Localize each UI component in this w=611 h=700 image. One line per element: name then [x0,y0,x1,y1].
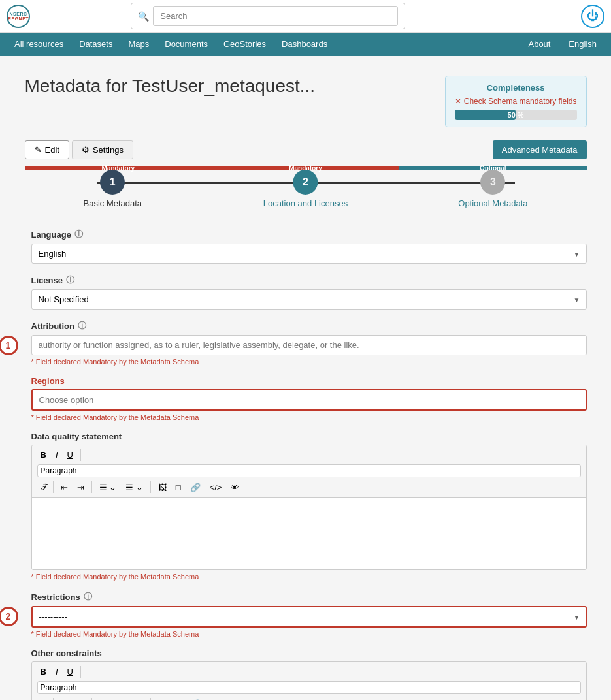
dq-indent-btn[interactable]: ⇥ [74,481,88,494]
dq-outdent-btn[interactable]: ⇤ [58,481,71,494]
nav-datasets[interactable]: Datasets [71,33,120,56]
dq-link-btn[interactable]: 🔗 [187,481,204,494]
dq-divider-3 [91,481,92,493]
restrictions-select[interactable]: ---------- Public Private [31,606,587,628]
nav-geostories[interactable]: GeoStories [216,33,274,56]
dq-italic-btn[interactable]: I [52,448,61,462]
oc-link-btn[interactable]: 🔗 [187,697,204,701]
nav-documents[interactable]: Documents [157,33,216,56]
dq-video-btn[interactable]: □ [173,481,184,494]
oc-ol-btn[interactable]: ☰ ⌄ [96,697,120,701]
top-bar: NSERC REGNET 🔍 ⏻ [0,0,611,33]
regions-label-text: Regions [31,376,65,386]
oc-underline-btn[interactable]: U [64,665,76,678]
language-select-wrapper: English French Spanish [31,244,587,264]
completeness-check[interactable]: ✕ Check Schema mandatory fields [455,97,577,106]
search-icon: 🔍 [138,11,149,22]
other-constraints-editor: B I U Paragraph 𝒯 ⇤ ⇥ ☰ ⌄ ☰ ⌄ 🖼 [31,661,587,700]
oc-outdent-btn[interactable]: ⇤ [58,697,71,701]
attribution-mandatory-note: * Field declared Mandatory by the Metada… [31,358,587,366]
dq-ul-btn[interactable]: ☰ ⌄ [122,481,146,494]
dq-divider-1 [80,449,81,461]
search-input[interactable] [153,6,398,26]
nav-bar: All resources Datasets Maps Documents Ge… [0,33,611,56]
nav-dashboards[interactable]: Dashboards [274,33,335,56]
dq-ol-btn[interactable]: ⁣☰ ⌄ [96,481,120,494]
oc-preview-btn[interactable]: 👁 [227,697,242,701]
step-3-circle: 3 [480,170,505,195]
oc-bold-btn[interactable]: B [37,665,50,678]
restrictions-select-wrapper: ---------- Public Private [31,606,587,628]
dq-bold-btn[interactable]: B [37,448,50,462]
other-constraints-field: Other constraints B I U Paragraph 𝒯 ⇤ ⇥ [31,648,587,700]
restrictions-field: 2 Restrictions ⓘ ---------- Public Priva… [31,591,587,638]
license-field: License ⓘ Not Specified CC BY CC BY-SA [31,274,587,310]
page-title: Metadata for TestUser_metaquest... [25,76,316,97]
nav-about[interactable]: About [520,33,558,56]
nserc-text: NSERC [9,12,27,16]
settings-tab-label: Settings [93,145,124,155]
step-2[interactable]: 2 Location and Licenses [263,170,348,208]
dq-underline-btn[interactable]: U [64,448,76,462]
attribution-input[interactable] [31,335,587,355]
restrictions-help-icon[interactable]: ⓘ [84,591,92,603]
search-bar[interactable]: 🔍 [131,3,405,29]
data-quality-label: Data quality statement [31,432,587,441]
regions-input[interactable] [31,389,587,411]
dq-image-btn[interactable]: 🖼 [155,481,170,494]
power-button[interactable]: ⏻ [581,5,604,28]
language-label-text: Language [31,230,71,240]
nav-all-resources[interactable]: All resources [7,33,71,56]
language-select[interactable]: English French Spanish [31,244,587,264]
data-quality-body[interactable] [32,498,586,569]
oc-clear-btn[interactable]: 𝒯 [37,697,49,700]
annotation-circle-2: 2 [0,607,18,626]
oc-divider-1 [80,666,81,678]
dq-paragraph-select[interactable]: Paragraph [37,464,581,477]
step-2-circle: 2 [293,170,318,195]
form-wrapper: Language ⓘ English French Spanish Licens… [25,229,587,700]
gear-icon: ⚙ [82,145,90,155]
language-help-icon[interactable]: ⓘ [74,229,83,240]
regnet-text: REGNET [8,16,29,21]
oc-indent-btn[interactable]: ⇥ [74,697,88,701]
license-select-wrapper: Not Specified CC BY CC BY-SA [31,289,587,310]
annotation-circle-1: 1 [0,336,18,355]
step-1[interactable]: 1 Basic Metadata [84,170,142,208]
oc-video-btn[interactable]: □ [173,697,184,701]
advanced-metadata-button[interactable]: Advanced Metadata [493,140,587,159]
nav-maps[interactable]: Maps [120,33,157,56]
license-help-icon[interactable]: ⓘ [66,274,74,286]
step-3-label: Optional Metadata [458,199,527,208]
other-constraints-label-text: Other constraints [31,648,102,658]
restrictions-label-text: Restrictions [31,592,80,602]
logo-icon: NSERC REGNET [7,5,30,28]
restrictions-mandatory-note: * Field declared Mandatory by the Metada… [31,630,587,638]
dq-code-btn[interactable]: </> [206,481,225,494]
step-3[interactable]: 3 Optional Metadata [458,170,527,208]
license-label-text: License [31,276,63,285]
logo: NSERC REGNET [7,5,30,28]
oc-ul-btn[interactable]: ☰ ⌄ [122,697,146,701]
oc-paragraph-select[interactable]: Paragraph [37,681,581,694]
attribution-help-icon[interactable]: ⓘ [78,320,86,332]
language-field: Language ⓘ English French Spanish [31,229,587,264]
oc-italic-btn[interactable]: I [52,665,61,678]
progress-bar: 50 % [455,110,577,120]
dq-clear-btn[interactable]: 𝒯 [37,480,49,494]
step-1-circle: 1 [100,170,125,195]
dq-divider-2 [53,481,54,493]
nav-english[interactable]: English [561,33,604,56]
attribution-field: 1 Attribution ⓘ * Field declared Mandato… [31,320,587,366]
data-quality-editor: B I U Paragraph 𝒯 ⇤ ⇥ ⁣☰ ⌄ ☰ ⌄ 🖼 [31,445,587,570]
edit-tab[interactable]: ✎ Edit [25,140,69,159]
oc-code-btn[interactable]: </> [206,697,225,701]
settings-tab[interactable]: ⚙ Settings [72,140,133,159]
dq-preview-btn[interactable]: 👁 [227,481,242,494]
step-labels: 1 Basic Metadata 2 Location and Licenses… [25,170,587,215]
license-select[interactable]: Not Specified CC BY CC BY-SA [31,289,587,310]
check-schema-label: Check Schema mandatory fields [464,97,577,106]
oc-image-btn[interactable]: 🖼 [155,697,170,701]
regions-mandatory-note: * Field declared Mandatory by the Metada… [31,413,587,421]
data-quality-field: Data quality statement B I U Paragraph 𝒯… [31,432,587,581]
